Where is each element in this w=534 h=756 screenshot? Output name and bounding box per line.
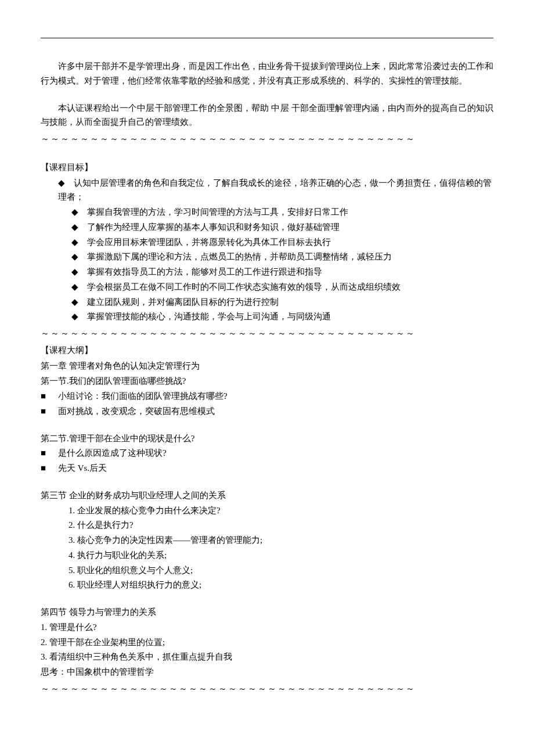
objectives-heading: 【课程目标】 bbox=[41, 160, 493, 175]
wave-divider: ～～～～～～～～～～～～～～～～～～～～～～～～～～～～～～～～～～～～～～ bbox=[41, 132, 493, 146]
section-4-title: 第四节 领导力与管理力的关系 bbox=[41, 605, 493, 620]
objective-item: 掌握管理技能的核心，沟通技能，学会与上司沟通，与同级沟通 bbox=[41, 309, 493, 324]
section-4-item: 3. 看清组织中三种角色关系中，抓住重点提升自我 bbox=[41, 650, 493, 664]
outline-heading: 【课程大纲】 bbox=[41, 343, 493, 358]
objective-item: 学会应用目标来管理团队，并将愿景转化为具体工作目标去执行 bbox=[41, 235, 493, 250]
section-3-item: 4. 执行力与职业化的关系; bbox=[41, 548, 493, 563]
section-1-item: 面对挑战，改变观念，突破固有思维模式 bbox=[41, 404, 493, 419]
page-divider bbox=[41, 38, 493, 38]
objective-item: 掌握自我管理的方法，学习时间管理的方法与工具，安排好日常工作 bbox=[41, 205, 493, 219]
objective-item: 建立团队规则，并对偏离团队目标的行为进行控制 bbox=[41, 295, 493, 309]
objective-text: 掌握管理技能的核心，沟通技能，学会与上司沟通，与同级沟通 bbox=[87, 312, 331, 321]
objective-text: 学会应用目标来管理团队，并将愿景转化为具体工作目标去执行 bbox=[87, 237, 331, 247]
objective-text: 学会根据员工在做不同工作时的不同工作状态实施有效的领导，从而达成组织绩效 bbox=[87, 282, 400, 291]
section-4-note: 思考：中国象棋中的管理哲学 bbox=[41, 665, 493, 679]
section-1-item: 小组讨论：我们面临的团队管理挑战有哪些? bbox=[41, 389, 493, 404]
objective-text: 掌握有效指导员工的方法，能够对员工的工作进行跟进和指导 bbox=[87, 267, 322, 276]
objective-text: 掌握激励下属的理论和方法，点燃员工的热情，并帮助员工调整情绪，减轻压力 bbox=[87, 252, 392, 261]
intro-paragraph-2: 本认证课程给出一个中层干部管理工作的全景图，帮助 中层 干部全面理解管理内涵，由… bbox=[41, 101, 493, 130]
objective-item: 了解作为经理人应掌握的基本人事知识和财务知识，做好基础管理 bbox=[41, 220, 493, 235]
section-3-item: 2. 什么是执行力? bbox=[41, 518, 493, 532]
objective-item: 掌握激励下属的理论和方法，点燃员工的热情，并帮助员工调整情绪，减轻压力 bbox=[41, 250, 493, 264]
chapter-title: 第一章 管理者对角色的认知决定管理行为 bbox=[41, 359, 493, 373]
section-2-item: 先天 Vs.后天 bbox=[41, 461, 493, 476]
section-2-item: 是什么原因造成了这种现状? bbox=[41, 446, 493, 460]
intro-paragraph-1: 许多中层干部并不是学管理出身，而是因工作出色，由业务骨干提拔到管理岗位上来，因此… bbox=[41, 59, 493, 88]
section-3-item: 3. 核心竞争力的决定性因素——管理者的管理能力; bbox=[41, 533, 493, 548]
objective-text: 认知中层管理者的角色和自我定位，了解自我成长的途径，培养正确的心态，做一个勇担责… bbox=[58, 178, 492, 202]
section-4-item: 2. 管理干部在企业架构里的位置; bbox=[41, 635, 493, 650]
objective-item-first: 认知中层管理者的角色和自我定位，了解自我成长的途径，培养正确的心态，做一个勇担责… bbox=[41, 176, 493, 205]
item-text: 小组讨论：我们面临的团队管理挑战有哪些? bbox=[58, 391, 228, 401]
section-3-title: 第三节 企业的财务成功与职业经理人之间的关系 bbox=[41, 488, 493, 503]
item-text: 面对挑战，改变观念，突破固有思维模式 bbox=[58, 406, 215, 416]
section-1-title: 第一节.我们的团队管理面临哪些挑战? bbox=[41, 374, 493, 388]
objective-text: 建立团队规则，并对偏离团队目标的行为进行控制 bbox=[87, 297, 279, 307]
objective-text: 了解作为经理人应掌握的基本人事知识和财务知识，做好基础管理 bbox=[87, 222, 340, 232]
objective-item: 掌握有效指导员工的方法，能够对员工的工作进行跟进和指导 bbox=[41, 265, 493, 279]
item-text: 先天 Vs.后天 bbox=[58, 463, 107, 473]
wave-divider: ～～～～～～～～～～～～～～～～～～～～～～～～～～～～～～～～～～～～～～ bbox=[41, 326, 493, 341]
section-4-item: 1. 管理是什么? bbox=[41, 620, 493, 635]
section-2-title: 第二节.管理干部在企业中的现状是什么? bbox=[41, 431, 493, 446]
section-3-item: 1. 企业发展的核心竞争力由什么来决定? bbox=[41, 503, 493, 518]
wave-divider: ～～～～～～～～～～～～～～～～～～～～～～～～～～～～～～～～～～～～～～ bbox=[41, 682, 493, 696]
item-text: 是什么原因造成了这种现状? bbox=[58, 448, 167, 458]
objective-item: 学会根据员工在做不同工作时的不同工作状态实施有效的领导，从而达成组织绩效 bbox=[41, 280, 493, 294]
section-3-item: 5. 职业化的组织意义与个人意义; bbox=[41, 563, 493, 578]
objective-text: 掌握自我管理的方法，学习时间管理的方法与工具，安排好日常工作 bbox=[87, 207, 348, 217]
section-3-item: 6. 职业经理人对组织执行力的意义; bbox=[41, 578, 493, 592]
